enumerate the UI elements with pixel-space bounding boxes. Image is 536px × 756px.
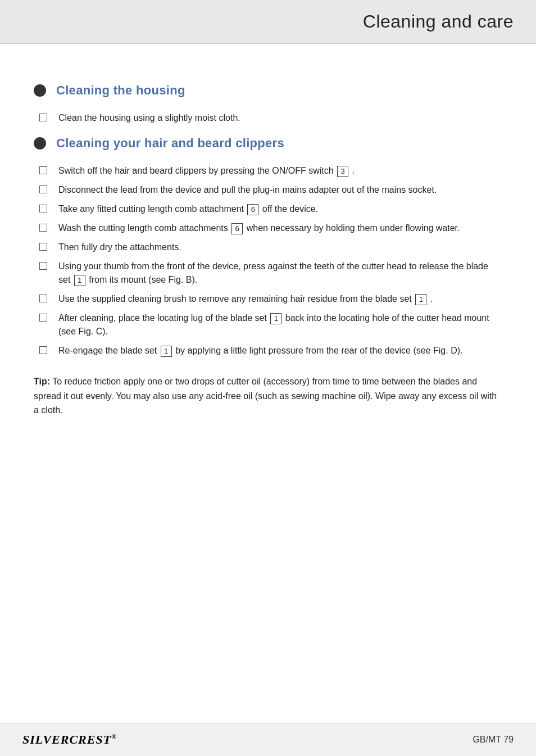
list-bullet-icon — [39, 243, 47, 251]
list-bullet-icon — [39, 262, 47, 270]
clippers-list: Switch off the hair and beard clippers b… — [39, 164, 502, 357]
list-item: Clean the housing using a slightly moist… — [39, 111, 502, 125]
list-item: Re-engage the blade set 1 by applying a … — [39, 344, 502, 357]
list-bullet-icon — [39, 346, 47, 354]
list-item: Take any fitted cutting length comb atta… — [39, 202, 502, 216]
list-item: After cleaning, place the locating lug o… — [39, 311, 502, 338]
list-item-text: Then fully dry the attachments. — [58, 241, 502, 254]
list-item: Using your thumb from the front of the d… — [39, 260, 502, 287]
tip-text: To reduce friction apply one or two drop… — [34, 377, 497, 415]
ref-badge: 1 — [74, 275, 85, 286]
list-item: Disconnect the lead from the device and … — [39, 183, 502, 197]
page-number: GB/MT 79 — [473, 735, 514, 745]
list-item-text: Re-engage the blade set 1 by applying a … — [58, 344, 502, 357]
ref-badge: 1 — [270, 313, 281, 324]
page: Cleaning and care Cleaning the housing C… — [0, 0, 536, 756]
brand-logo: SILVERCREST® — [22, 732, 117, 747]
list-item-text: Clean the housing using a slightly moist… — [58, 111, 502, 125]
tip-label: Tip: — [34, 377, 50, 386]
list-bullet-icon — [39, 185, 47, 193]
list-item-text: Wash the cutting length comb attachments… — [58, 221, 502, 235]
section-title-housing: Cleaning the housing — [56, 83, 185, 98]
list-item-text: Take any fitted cutting length comb atta… — [58, 202, 502, 216]
page-title: Cleaning and care — [363, 11, 514, 32]
list-bullet-icon — [39, 114, 47, 121]
bullet-icon-housing — [34, 84, 46, 97]
list-item-text: Disconnect the lead from the device and … — [58, 183, 502, 197]
ref-badge: 6 — [247, 204, 258, 215]
section-heading-clippers: Cleaning your hair and beard clippers — [34, 136, 502, 151]
list-item: Wash the cutting length comb attachments… — [39, 221, 502, 235]
list-bullet-icon — [39, 205, 47, 212]
page-footer: SILVERCREST® GB/MT 79 — [0, 723, 536, 756]
housing-list: Clean the housing using a slightly moist… — [39, 111, 502, 125]
list-bullet-icon — [39, 166, 47, 174]
ref-badge: 3 — [337, 166, 348, 177]
ref-badge: 1 — [415, 294, 426, 305]
ref-badge: 1 — [161, 346, 172, 357]
brand-symbol: ® — [111, 733, 117, 741]
list-item: Use the supplied cleaning brush to remov… — [39, 292, 502, 306]
list-item-text: Using your thumb from the front of the d… — [58, 260, 502, 287]
list-item-text: After cleaning, place the locating lug o… — [58, 311, 502, 338]
ref-badge: 6 — [231, 223, 243, 234]
brand-name: SILVERCREST® — [22, 732, 117, 746]
tip-section: Tip: To reduce friction apply one or two… — [34, 374, 502, 418]
section-heading-housing: Cleaning the housing — [34, 83, 502, 98]
list-item: Switch off the hair and beard clippers b… — [39, 164, 502, 178]
list-bullet-icon — [39, 224, 47, 232]
page-header: Cleaning and care — [0, 0, 536, 44]
list-item: Then fully dry the attachments. — [39, 241, 502, 254]
page-content: Cleaning the housing Clean the housing u… — [0, 44, 536, 723]
bullet-icon-clippers — [34, 137, 46, 150]
list-item-text: Switch off the hair and beard clippers b… — [58, 164, 502, 178]
list-bullet-icon — [39, 314, 47, 322]
brand-text: SILVERCREST — [22, 732, 111, 746]
list-bullet-icon — [39, 295, 47, 302]
list-item-text: Use the supplied cleaning brush to remov… — [58, 292, 502, 306]
section-title-clippers: Cleaning your hair and beard clippers — [56, 136, 284, 151]
